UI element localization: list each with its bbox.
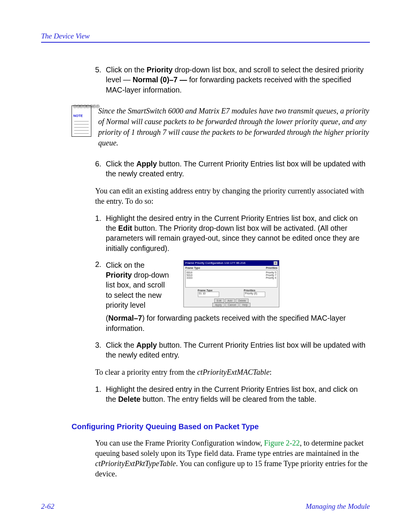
priority-listbox: 0016 5010 3333 Priority 5 Priority 7 Pri… [185,270,277,288]
list-item-5: 5. Click on the Priority drop-down list … [95,65,370,95]
item-text-continued: (Normal–7) for forwarding packets receiv… [106,313,370,333]
item-number: 5. [95,65,106,95]
item-number: 2. [95,260,106,310]
item-text: Click the Apply button. The Current Prio… [106,159,370,179]
list-item-with-figure: 2. Click on the Priority drop-down list … [95,260,370,310]
note-label: NOTE [73,113,83,118]
chapter-title: Managing the Module [306,502,370,511]
add-button: Add [225,299,235,303]
list-item: 1. Highlight the desired entry in the Cu… [95,384,370,404]
apply-button: Apply [212,303,225,307]
notepad-spiral: ⓞⓞⓞⓞⓞⓞⓞⓞ [73,104,99,109]
page-footer: 2-62 Managing the Module [41,502,370,511]
paragraph: You can edit an existing address entry b… [95,186,370,206]
close-icon: × [274,261,277,265]
item-number: 1. [95,384,106,404]
item-text: Click the Apply button. The Current Prio… [106,340,370,360]
item-text: Highlight the desired entry in the Curre… [106,384,370,404]
paragraph: To clear a priority entry from the ctPri… [95,367,370,377]
paragraph: You can use the Frame Priority Configura… [95,438,370,479]
item-text: Click on the Priority drop-down list box… [106,260,170,310]
page: The Device View 5. Click on the Priority… [0,0,411,532]
page-number: 2-62 [41,502,54,511]
item-number: 1. [95,213,106,253]
header-divider [41,42,370,43]
list-item: 1. Highlight the desired entry in the Cu… [95,213,370,253]
list-item: 3. Click the Apply button. The Current P… [95,340,370,360]
content-area: 5. Click on the Priority drop-down list … [41,65,370,479]
edit-button: Edit [214,299,224,303]
item-number: 3. [95,340,106,360]
item-number: 6. [95,159,106,179]
help-button: Help [239,303,250,307]
priority-dropdown: Priority (0) [244,292,265,297]
embedded-screenshot: Frame Priority Configuration 132.177.96.… [183,260,279,307]
note-text: Since the SmartSwitch 6000 and Matrix E7… [98,105,370,148]
item-text: Click on the Priority drop-down list box… [106,65,370,95]
frame-type-input: 01 10 [198,292,219,297]
note-icon: ⓞⓞⓞⓞⓞⓞⓞⓞ NOTE [72,105,91,137]
window-titlebar: Frame Priority Configuration 132.177.96.… [184,260,279,266]
list-item-6: 6. Click the Apply button. The Current P… [95,159,370,179]
page-header: The Device View [41,32,370,40]
item-text: Highlight the desired entry in the Curre… [106,213,370,253]
delete-button: Delete [236,299,249,303]
note-callout: ⓞⓞⓞⓞⓞⓞⓞⓞ NOTE Since the SmartSwitch 6000… [72,105,370,148]
figure-reference-link[interactable]: Figure 2-22 [264,439,300,447]
header-title: The Device View [41,32,89,40]
section-heading: Configuring Priority Queuing Based on Pa… [72,422,370,431]
cancel-button: Cancel [225,303,239,307]
